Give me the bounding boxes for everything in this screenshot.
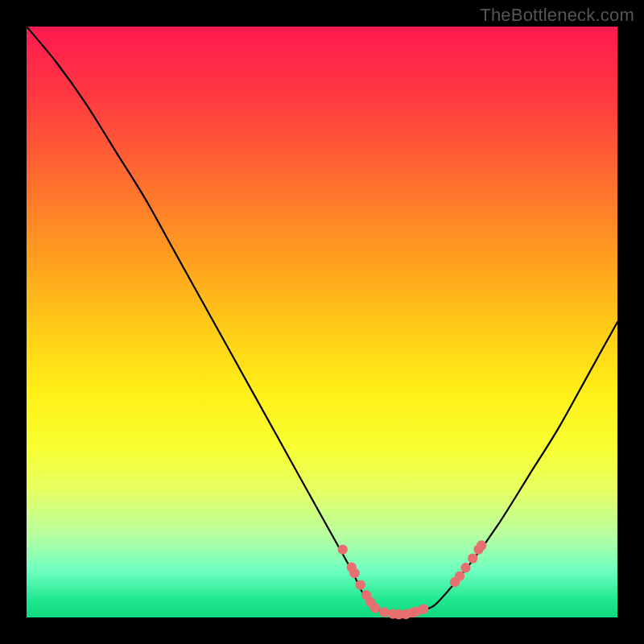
plot-area	[27, 27, 617, 617]
curve-marker	[370, 603, 380, 613]
curve-marker	[460, 563, 470, 572]
curve-marker	[349, 568, 359, 578]
bottleneck-curve-svg	[27, 27, 617, 617]
bottleneck-curve	[27, 27, 617, 615]
chart-frame: TheBottleneck.com	[0, 0, 644, 644]
curve-markers	[338, 540, 487, 619]
curve-marker	[455, 571, 464, 580]
curve-marker	[379, 607, 389, 617]
curve-marker	[356, 580, 365, 589]
curve-marker	[468, 553, 477, 563]
curve-marker	[338, 544, 348, 554]
curve-marker	[419, 605, 428, 614]
curve-marker	[477, 540, 486, 550]
watermark-text: TheBottleneck.com	[480, 5, 634, 26]
